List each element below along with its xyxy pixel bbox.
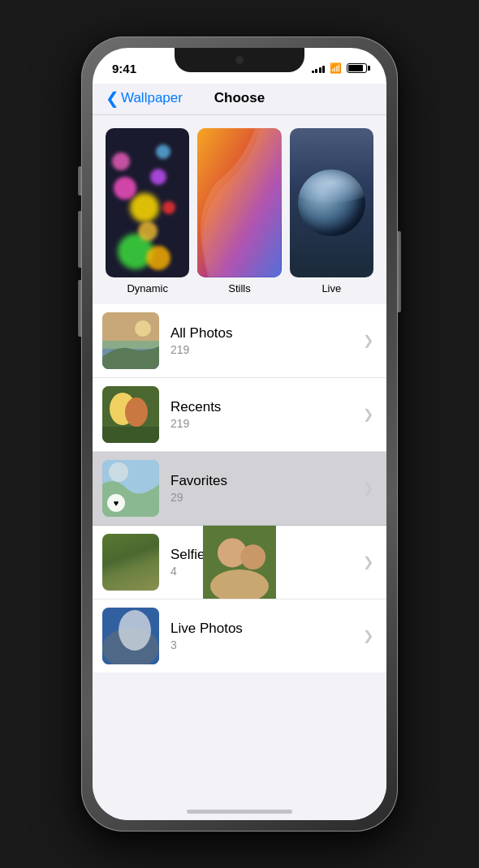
power-button[interactable]: [398, 231, 401, 312]
status-time: 9:41: [112, 57, 136, 75]
wifi-icon: 📶: [330, 62, 342, 74]
notch: [175, 48, 304, 72]
svg-point-7: [125, 397, 148, 427]
phone-frame: 9:41 📶 ❮ Wallpaper: [81, 37, 398, 831]
chevron-right-icon: ❯: [363, 480, 373, 496]
album-favorites[interactable]: ♥ Favorites 29 ❯: [93, 452, 386, 526]
favorites-count: 29: [170, 491, 356, 504]
svg-point-18: [119, 610, 151, 651]
chevron-right-icon: ❯: [363, 333, 373, 348]
svg-point-11: [109, 462, 128, 482]
chevron-right-icon: ❯: [363, 628, 373, 643]
navigation-bar: ❮ Wallpaper Choose: [93, 84, 386, 115]
wallpaper-type-section: Dynamic: [93, 115, 386, 301]
favorites-info: Favorites 29: [170, 473, 356, 504]
live-photos-thumbnail: [102, 608, 159, 664]
back-button[interactable]: ❮ Wallpaper: [106, 90, 183, 106]
signal-icon: [312, 63, 326, 73]
all-photos-name: All Photos: [170, 325, 356, 342]
live-label: Live: [321, 282, 341, 294]
svg-point-4: [135, 320, 151, 337]
status-icons: 📶: [312, 58, 368, 74]
recents-thumbnail: [102, 386, 159, 443]
svg-rect-3: [102, 341, 159, 349]
recents-name: Recents: [170, 399, 356, 415]
page-title: Choose: [214, 90, 265, 106]
wallpaper-thumbnails: Dynamic: [106, 128, 373, 294]
volume-down-button[interactable]: [78, 280, 81, 337]
dynamic-label: Dynamic: [127, 282, 168, 294]
svg-rect-8: [102, 427, 159, 443]
wallpaper-type-stills[interactable]: Stills: [197, 128, 281, 294]
stills-thumbnail: [197, 128, 281, 277]
live-photos-count: 3: [170, 638, 356, 651]
album-selfies[interactable]: Selfies 4 ❯: [93, 526, 386, 599]
phone-screen: 9:41 📶 ❮ Wallpaper: [93, 48, 386, 820]
album-all-photos[interactable]: All Photos 219 ❯: [93, 304, 386, 378]
mute-button[interactable]: [78, 166, 81, 196]
all-photos-thumbnail: [102, 312, 159, 369]
dynamic-thumbnail: [106, 128, 189, 277]
back-label: Wallpaper: [121, 90, 183, 106]
live-photos-name: Live Photos: [170, 621, 356, 637]
recents-info: Recents 219: [170, 399, 356, 430]
wallpaper-type-live[interactable]: Live: [290, 128, 373, 294]
chevron-left-icon: ❮: [106, 90, 119, 106]
album-live-photos[interactable]: Live Photos 3 ❯: [93, 599, 386, 672]
all-photos-count: 219: [170, 343, 356, 356]
favorites-thumbnail: ♥: [102, 460, 159, 517]
album-recents[interactable]: Recents 219 ❯: [93, 378, 386, 452]
battery-icon: [347, 63, 367, 73]
albums-list: All Photos 219 ❯: [93, 304, 386, 672]
selfies-thumbnail: [102, 534, 159, 591]
chevron-right-icon: ❯: [363, 406, 373, 422]
live-photos-info: Live Photos 3: [170, 621, 356, 651]
globe-visual: [298, 170, 365, 237]
heart-icon: ♥: [107, 494, 125, 512]
screen-content: ❮ Wallpaper Choose: [93, 84, 386, 820]
volume-up-button[interactable]: [78, 211, 81, 268]
stills-label: Stills: [228, 282, 250, 294]
live-thumbnail: [290, 128, 373, 277]
favorites-name: Favorites: [170, 473, 356, 489]
home-indicator[interactable]: [187, 810, 292, 814]
wallpaper-type-dynamic[interactable]: Dynamic: [106, 128, 189, 294]
recents-count: 219: [170, 417, 356, 430]
all-photos-info: All Photos 219: [170, 325, 356, 356]
